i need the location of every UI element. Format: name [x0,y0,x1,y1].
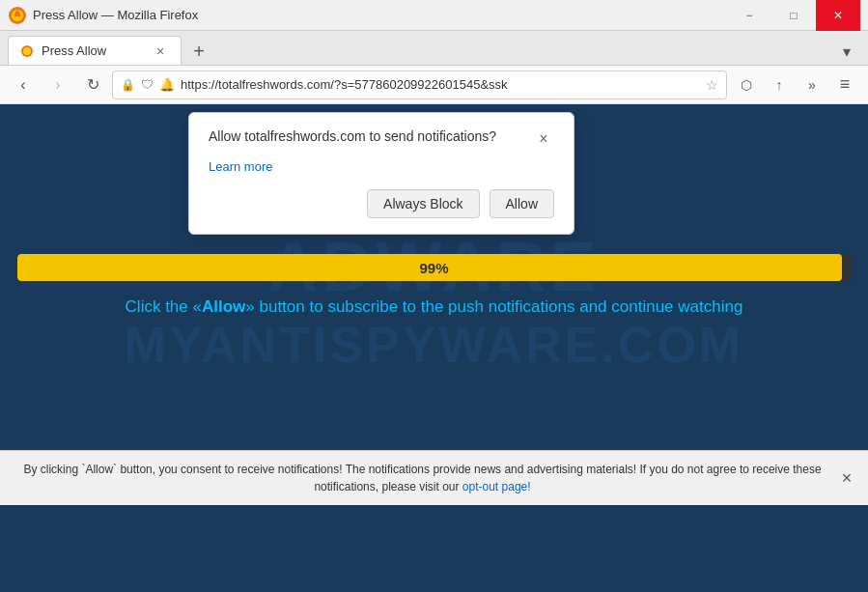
new-tab-button[interactable]: + [185,38,212,65]
close-button[interactable]: ✕ [816,0,860,31]
notification-icon: 🔔 [159,77,175,92]
minimize-button[interactable]: − [727,0,771,31]
address-bar[interactable]: 🔒 🛡 🔔 https://totalfreshwords.com/?s=577… [112,70,727,99]
nav-right-buttons: ⬡ ↑ » ≡ [731,70,860,100]
extensions-button[interactable]: » [797,70,827,100]
svg-point-3 [23,47,31,55]
bottom-bar-text: By clicking `Allow` button, you consent … [23,463,821,493]
nav-bar: ‹ › ↻ 🔒 🛡 🔔 https://totalfreshwords.com/… [0,66,868,104]
back-button[interactable]: ‹ [8,70,39,100]
cta-before: Click the « [126,297,202,316]
tab-label: Press Allow [42,43,106,58]
share-button[interactable]: ↑ [764,70,795,100]
tab-favicon-icon [20,44,34,58]
shield-icon: 🛡 [141,77,154,92]
tab-close-button[interactable]: × [152,42,169,60]
maximize-button[interactable]: □ [771,0,816,31]
cta-allow-text: Allow [202,297,245,316]
reload-button[interactable]: ↻ [77,70,108,100]
window-title: Press Allow — Mozilla Firefox [33,8,198,22]
watermark-bottom-text: MYANTISPYWARE.COM [125,316,743,374]
title-bar-left: Press Allow — Mozilla Firefox [8,6,198,25]
notification-popup: Allow totalfreshwords.com to send notifi… [188,112,574,235]
opt-out-link[interactable]: opt-out page! [462,480,531,493]
notif-header: Allow totalfreshwords.com to send notifi… [209,128,554,150]
firefox-logo-icon [8,6,27,25]
cta-text: Click the «Allow» button to subscribe to… [0,297,868,317]
menu-button[interactable]: ≡ [829,70,860,100]
bookmark-icon: ☆ [706,77,718,93]
window-controls: − □ ✕ [727,0,860,31]
bottom-bar-close-button[interactable]: × [835,466,858,490]
notif-buttons: Always Block Allow [209,189,554,218]
url-text: https://totalfreshwords.com/?s=577860209… [181,77,700,92]
cta-after: » button to subscribe to the push notifi… [245,297,742,316]
notif-title: Allow totalfreshwords.com to send notifi… [209,128,533,144]
tab-bar-right: ▾ [833,38,860,65]
page-content: ADWARE MYANTISPYWARE.COM 99% Click the «… [0,104,868,505]
forward-button[interactable]: › [42,70,73,100]
security-icon: 🔒 [121,78,135,92]
always-block-button[interactable]: Always Block [367,189,479,218]
tab-dropdown-button[interactable]: ▾ [833,38,860,65]
progress-label: 99% [17,254,851,281]
active-tab[interactable]: Press Allow × [8,36,182,65]
notif-close-button[interactable]: × [533,128,554,150]
progress-container: 99% [17,254,851,281]
tab-bar: Press Allow × + ▾ [0,31,868,66]
pocket-button[interactable]: ⬡ [731,70,762,100]
learn-more-link[interactable]: Learn more [209,159,554,174]
title-bar: Press Allow — Mozilla Firefox − □ ✕ [0,0,868,31]
bottom-notification-bar: By clicking `Allow` button, you consent … [0,450,868,505]
allow-button[interactable]: Allow [490,189,554,218]
